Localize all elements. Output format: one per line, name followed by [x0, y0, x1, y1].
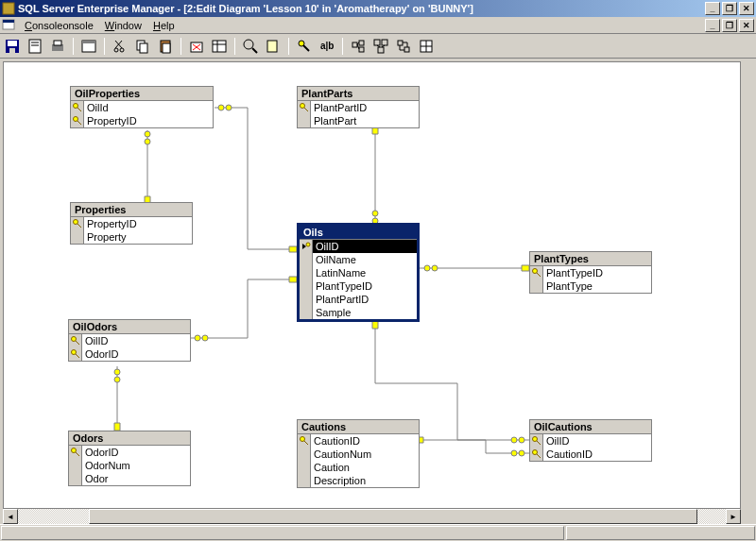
table-odors[interactable]: Odors OdorID OdorNum Odor: [68, 431, 191, 486]
menu-help[interactable]: HelpHelp: [147, 18, 180, 33]
child-restore-button[interactable]: ❐: [722, 19, 737, 32]
column-names-button[interactable]: a|b: [317, 36, 337, 57]
table-row[interactable]: OdorID: [69, 446, 190, 459]
blank-icon: [69, 459, 82, 472]
paste-icon[interactable]: [155, 36, 176, 57]
svg-rect-32: [352, 42, 357, 47]
table-header[interactable]: PlantParts: [298, 87, 419, 101]
scroll-track[interactable]: [18, 509, 726, 524]
toolbar-sep-6: [342, 38, 343, 55]
child-minimize-button[interactable]: _: [705, 19, 720, 32]
column-name: OilID: [82, 334, 190, 347]
svg-point-70: [519, 450, 524, 456]
table-oils[interactable]: Oils OilID OilName LatinName PlantTypeID…: [297, 223, 420, 322]
svg-point-48: [145, 139, 150, 144]
svg-point-50: [218, 105, 224, 110]
table-row[interactable]: OilName: [300, 253, 417, 266]
table-row[interactable]: Sample: [300, 306, 417, 319]
table-header[interactable]: Odors: [69, 431, 190, 446]
primary-key-icon[interactable]: [294, 36, 315, 57]
horizontal-scrollbar[interactable]: ◄ ►: [3, 509, 741, 524]
zoom-icon[interactable]: [240, 36, 261, 57]
table-header[interactable]: OilProperties: [71, 87, 213, 101]
scroll-thumb[interactable]: [89, 509, 697, 524]
table-row[interactable]: OdorID: [69, 347, 190, 361]
arrange-selection-icon[interactable]: [348, 36, 369, 57]
recalculate-icon[interactable]: [393, 36, 414, 57]
table-header[interactable]: Oils: [300, 226, 417, 240]
diagram-canvas[interactable]: OilProperties OilId PropertyID PlantPart…: [3, 61, 741, 509]
scroll-right-button[interactable]: ►: [726, 509, 741, 524]
table-row[interactable]: OdorNum: [69, 459, 190, 472]
svg-line-92: [537, 441, 541, 445]
key-icon: [71, 114, 84, 127]
titlebar: SQL Server Enterprise Manager - [2:Edit …: [0, 0, 756, 17]
annotation-icon[interactable]: [263, 36, 284, 57]
arrange-tables-icon[interactable]: [370, 36, 391, 57]
svg-point-83: [71, 337, 76, 342]
save-icon[interactable]: [2, 36, 23, 57]
restore-button[interactable]: ❐: [722, 2, 737, 15]
table-row[interactable]: Description: [298, 474, 419, 487]
table-plantparts[interactable]: PlantParts PlantPartID PlantPart: [297, 86, 420, 128]
table-row[interactable]: CautionNum: [298, 448, 419, 461]
close-button[interactable]: ✕: [739, 2, 754, 15]
table-row[interactable]: OilId: [71, 101, 213, 114]
table-cautions[interactable]: Cautions CautionID CautionNum Caution De…: [297, 419, 420, 488]
show-table-icon[interactable]: [209, 36, 230, 57]
svg-point-51: [226, 105, 232, 110]
page-breaks-icon[interactable]: [416, 36, 437, 57]
table-row[interactable]: Odor: [69, 472, 190, 485]
table-row[interactable]: CautionID: [530, 448, 651, 461]
svg-line-31: [303, 45, 309, 51]
svg-rect-18: [140, 43, 147, 53]
table-properties[interactable]: Properties PropertyID Property: [70, 202, 193, 245]
print-icon[interactable]: [47, 36, 68, 57]
table-row[interactable]: Property: [71, 230, 192, 244]
scroll-left-button[interactable]: ◄: [3, 509, 18, 524]
svg-marker-79: [302, 244, 306, 249]
table-row[interactable]: PlantPartID: [298, 101, 419, 114]
column-name: OdorNum: [82, 459, 190, 472]
table-header[interactable]: OilOdors: [69, 320, 190, 334]
cut-icon[interactable]: [110, 36, 130, 57]
toolbar-sep-3: [180, 38, 181, 55]
copy-icon[interactable]: [132, 36, 153, 57]
new-table-icon[interactable]: [78, 36, 99, 57]
table-planttypes[interactable]: PlantTypes PlantTypeID PlantType: [529, 251, 652, 294]
table-header[interactable]: Properties: [71, 203, 192, 217]
table-row[interactable]: Caution: [298, 461, 419, 474]
table-header[interactable]: PlantTypes: [530, 252, 651, 266]
table-row[interactable]: OilID: [300, 240, 417, 253]
delete-icon[interactable]: [186, 36, 207, 57]
svg-point-16: [120, 48, 124, 52]
table-header[interactable]: Cautions: [298, 420, 419, 434]
table-row[interactable]: OilID: [69, 334, 190, 347]
menu-window[interactable]: WindowWindow: [99, 18, 147, 33]
column-name: PlantType: [543, 279, 651, 293]
key-icon: [71, 101, 84, 114]
table-row[interactable]: PropertyID: [71, 114, 213, 127]
column-name: Sample: [313, 306, 417, 319]
minimize-button[interactable]: _: [705, 2, 720, 15]
svg-point-73: [73, 117, 77, 122]
table-row[interactable]: OilID: [530, 434, 651, 448]
child-close-button[interactable]: ✕: [739, 19, 754, 32]
properties-icon[interactable]: [25, 36, 45, 57]
table-row[interactable]: CautionID: [298, 434, 419, 448]
table-oilcautions[interactable]: OilCautions OilID CautionID: [529, 419, 652, 462]
table-row[interactable]: PlantTypeID: [300, 279, 417, 293]
table-row[interactable]: PropertyID: [71, 217, 192, 230]
table-oilodors[interactable]: OilOdors OilID OdorID: [68, 319, 191, 362]
table-row[interactable]: PlantPartID: [300, 293, 417, 306]
table-header[interactable]: OilCautions: [530, 420, 651, 434]
table-row[interactable]: PlantTypeID: [530, 266, 651, 279]
table-row[interactable]: PlantPart: [298, 114, 419, 127]
table-row[interactable]: LatinName: [300, 266, 417, 279]
svg-point-93: [532, 450, 537, 455]
table-row[interactable]: PlantType: [530, 279, 651, 293]
table-oilproperties[interactable]: OilProperties OilId PropertyID: [70, 86, 214, 128]
menu-console[interactable]: ConsoleConsoleonsole: [19, 18, 99, 33]
vertical-scrollbar[interactable]: [741, 61, 756, 509]
blank-icon: [298, 114, 311, 127]
